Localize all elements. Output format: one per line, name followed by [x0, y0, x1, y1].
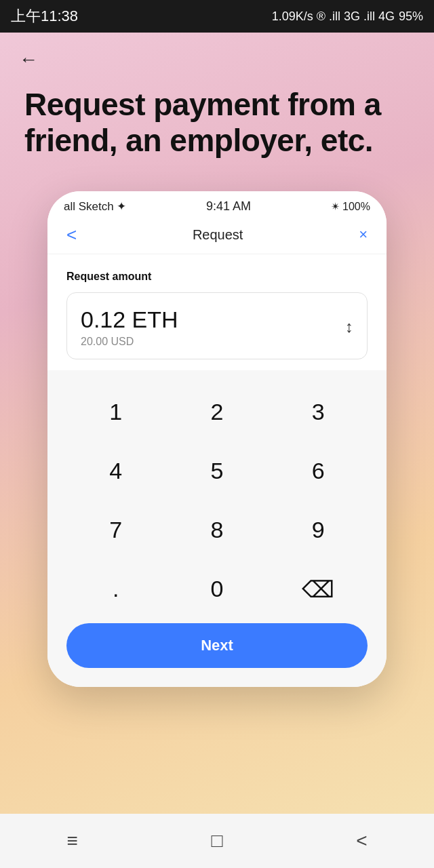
key-dot[interactable]: . [66, 561, 165, 618]
keypad-grid: 123456789.0⌫ [66, 384, 368, 618]
page-headline: Request payment from a friend, an employ… [0, 87, 434, 159]
phone-mockup: all Sketch ✦ 9:41 AM ✴ 100% < Request × … [47, 191, 387, 687]
back-nav-icon[interactable]: < [341, 821, 382, 861]
key-0[interactable]: 0 [167, 561, 266, 618]
key-5[interactable]: 5 [167, 443, 266, 499]
key-3[interactable]: 3 [269, 384, 368, 440]
status-battery: 95% [399, 9, 423, 24]
phone-back-button[interactable]: < [66, 224, 77, 245]
amount-eth: 0.12 ETH [81, 307, 178, 333]
amount-box: 0.12 ETH 20.00 USD ↕ [66, 292, 368, 359]
key-4[interactable]: 4 [66, 443, 165, 499]
next-button[interactable]: Next [66, 623, 368, 668]
menu-icon[interactable]: ≡ [52, 821, 93, 861]
swap-icon[interactable]: ↕ [345, 317, 353, 336]
amount-usd: 20.00 USD [81, 336, 178, 348]
key-1[interactable]: 1 [66, 384, 165, 440]
bottom-nav: ≡ □ < [0, 814, 434, 868]
phone-nav: < Request × [47, 219, 387, 254]
key-9[interactable]: 9 [269, 502, 368, 558]
keypad-area: 123456789.0⌫ Next [47, 370, 387, 687]
key-8[interactable]: 8 [167, 502, 266, 558]
key-backspace[interactable]: ⌫ [269, 561, 368, 618]
amount-values: 0.12 ETH 20.00 USD [81, 307, 178, 348]
phone-status-left: all Sketch ✦ [64, 199, 126, 214]
phone-status-time: 9:41 AM [206, 199, 251, 214]
status-time: 上午11:38 [11, 6, 78, 26]
status-left: 上午11:38 [11, 6, 78, 26]
request-amount-label: Request amount [66, 271, 368, 283]
back-button[interactable]: ← [19, 49, 38, 71]
status-right: 1.09K/s ® .ill 3G .ill 4G 95% [272, 9, 423, 24]
request-section: Request amount 0.12 ETH 20.00 USD ↕ [47, 254, 387, 370]
home-icon[interactable]: □ [197, 821, 237, 861]
key-7[interactable]: 7 [66, 502, 165, 558]
key-2[interactable]: 2 [167, 384, 266, 440]
main-area: ← Request payment from a friend, an empl… [0, 33, 434, 814]
phone-status-right: ✴ 100% [331, 200, 370, 213]
phone-status-bar: all Sketch ✦ 9:41 AM ✴ 100% [47, 191, 387, 219]
phone-close-button[interactable]: × [359, 226, 368, 243]
key-6[interactable]: 6 [269, 443, 368, 499]
status-network: 1.09K/s ® .ill 3G .ill 4G [272, 9, 395, 24]
status-bar: 上午11:38 1.09K/s ® .ill 3G .ill 4G 95% [0, 0, 434, 33]
phone-nav-title: Request [193, 227, 243, 243]
